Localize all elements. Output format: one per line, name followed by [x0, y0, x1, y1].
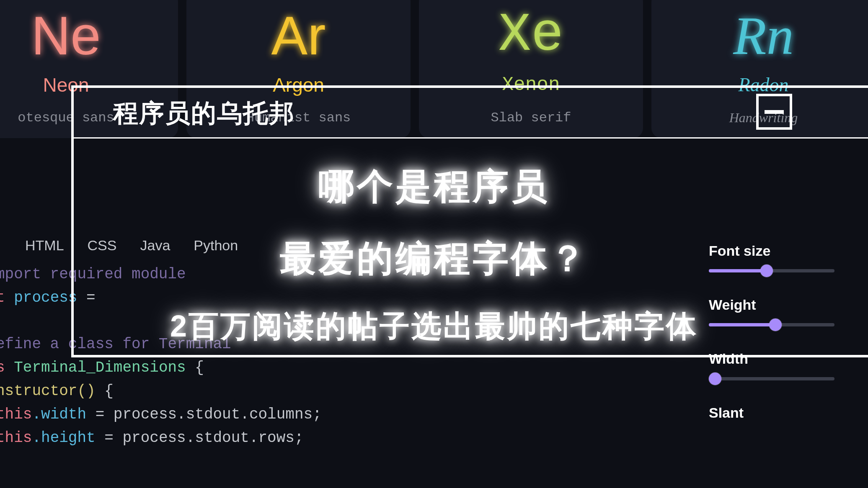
code-token: this	[0, 406, 32, 423]
overlay-headline-1: 哪个是程序员	[0, 162, 868, 211]
font-name: Radon	[660, 74, 867, 96]
code-token: =	[77, 289, 104, 306]
font-name: Xenon	[427, 74, 635, 96]
code-token: {	[96, 383, 114, 400]
font-symbol: Rn	[660, 8, 867, 63]
overlay-headline-2: 最爱的编程字体？	[0, 234, 868, 283]
code-token: s	[0, 359, 5, 376]
minimize-button[interactable]	[756, 94, 792, 130]
font-style-label: Slab serif	[427, 110, 635, 126]
code-token: {	[186, 359, 204, 376]
width-slider[interactable]	[709, 377, 834, 380]
font-symbol: Ar	[195, 8, 402, 63]
control-label: Slant	[709, 405, 868, 421]
font-card-xenon[interactable]: Xe Xenon Slab serif	[419, 0, 643, 138]
overlay-headline-3: 2百万阅读的帖子选出最帅的七种字体	[0, 306, 868, 347]
control-slant: Slant	[709, 405, 868, 421]
overlay-brand: 程序员的乌托邦	[113, 97, 295, 131]
code-token: = process.stdout.rows;	[96, 429, 304, 447]
font-name: Argon	[195, 74, 402, 96]
control-label: Width	[709, 351, 868, 367]
code-token: this	[0, 429, 32, 447]
code-token: .height	[32, 429, 95, 447]
font-symbol: Ne	[0, 8, 170, 63]
font-symbol: Xe	[427, 8, 635, 63]
code-token: t	[0, 289, 5, 306]
code-token: .width	[32, 406, 86, 423]
code-block: mport required module t process = efine …	[0, 263, 561, 449]
code-token: process	[14, 289, 77, 306]
code-token: Terminal_Dimensions	[14, 359, 186, 376]
control-width: Width	[709, 351, 868, 380]
code-token: nstructor()	[0, 383, 96, 400]
font-name: Neon	[0, 74, 170, 96]
code-token: = process.stdout.columns;	[86, 406, 322, 423]
